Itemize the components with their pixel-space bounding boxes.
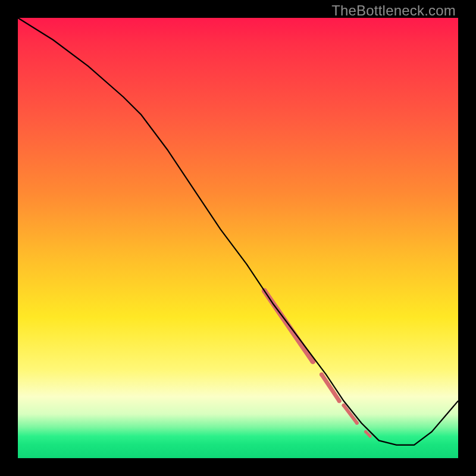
chart-frame xyxy=(18,18,458,458)
highlight-dot xyxy=(342,403,346,407)
highlight-dot xyxy=(355,421,359,425)
bottleneck-curve-path xyxy=(18,18,458,445)
highlight-dot xyxy=(369,435,372,438)
highlight-dot xyxy=(337,399,342,403)
chart-plot xyxy=(18,18,458,458)
highlight-dot xyxy=(364,430,367,433)
watermark-text: TheBottleneck.com xyxy=(331,2,456,19)
highlight-segment xyxy=(322,374,340,400)
highlight-dot xyxy=(320,372,324,377)
